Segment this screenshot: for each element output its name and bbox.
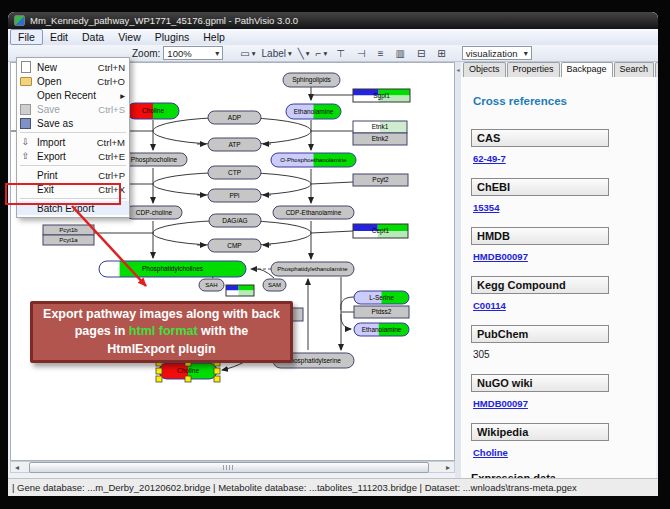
menu-item-import[interactable]: ⇩ Import Ctrl+M (17, 135, 129, 149)
node-cept1[interactable]: Cept1 (353, 224, 408, 238)
xref-link[interactable]: 15354 (473, 202, 499, 213)
menu-item-save[interactable]: Save Ctrl+S (17, 102, 129, 116)
edge[interactable] (341, 314, 351, 329)
menu-item-open[interactable]: Open Ctrl+O (17, 74, 129, 88)
edge[interactable] (311, 231, 353, 233)
menu-item-print[interactable]: Print Ctrl+P (17, 168, 129, 182)
node-phosphocholine[interactable]: Phosphocholine (121, 153, 187, 166)
node-l-serine[interactable]: L-Serine (354, 291, 409, 304)
tab-search[interactable]: Search (614, 62, 655, 77)
node-sam[interactable]: SAM (263, 279, 286, 291)
xref-link[interactable]: C00114 (473, 300, 506, 311)
zoom-value: 100% (167, 48, 191, 59)
node-etnk2[interactable]: Etnk2 (353, 133, 407, 145)
node-sphingolipids[interactable]: Sphingolipids (283, 73, 340, 87)
node-sah[interactable]: SAH (199, 279, 224, 291)
scroll-right-icon[interactable]: ▸ (442, 463, 454, 472)
scrollbar-thumb[interactable] (29, 462, 429, 473)
node-pcyt2[interactable]: Pcyt2 (353, 174, 408, 186)
xref-link[interactable]: Choline (473, 447, 508, 458)
tab-backpage[interactable]: Backpage (561, 62, 613, 77)
menu-data[interactable]: Data (75, 30, 111, 44)
menu-item-new[interactable]: New Ctrl+N (17, 60, 129, 74)
stack-vertical-button[interactable]: ⊟ (417, 48, 425, 59)
xref-link[interactable]: HMDB00097 (473, 251, 528, 262)
chevron-down-icon[interactable]: ▾ (306, 49, 310, 58)
selection-handle[interactable] (214, 368, 220, 374)
menu-view[interactable]: View (111, 30, 148, 44)
title-bar[interactable]: Mm_Kennedy_pathway_WP1771_45176.gpml - P… (8, 12, 658, 29)
node-dag-ag[interactable]: DAG/AG (209, 214, 261, 227)
menu-separator (20, 198, 126, 199)
node-ptdss2[interactable]: Ptdss2 (354, 306, 409, 318)
node-sgpl1[interactable]: Sgpl1 (353, 89, 410, 102)
common-size-button[interactable]: ▥ (395, 48, 404, 59)
line-button[interactable]: ╲ ▾ (298, 48, 310, 59)
selection-handle[interactable] (214, 376, 220, 382)
node-label: Choline (142, 107, 164, 114)
connector-button[interactable]: ⌐ ▾ (316, 48, 328, 59)
annotation-callout: Export pathway images along with back pa… (30, 301, 293, 363)
align-middle-button[interactable]: ⊣ (357, 48, 366, 59)
node-pcyt1b[interactable]: Pcyt1b (43, 225, 94, 235)
visualization-combobox[interactable]: visualization ▾ (462, 46, 532, 60)
menu-item-save-as[interactable]: Save as (17, 116, 129, 130)
edge[interactable] (311, 182, 353, 184)
menu-item-open-recent[interactable]: Open Recent ▸ (17, 88, 129, 102)
node-ppi[interactable]: PPi (208, 189, 261, 202)
pathvisio-window: Mm_Kennedy_pathway_WP1771_45176.gpml - P… (8, 12, 658, 496)
splitter-collapse-icon[interactable]: ◂ (456, 67, 459, 73)
tab-objects[interactable]: Objects (463, 62, 506, 77)
node-pcyt1a[interactable]: Pcyt1a (43, 235, 94, 245)
menu-help[interactable]: Help (196, 30, 232, 44)
node-label: Ptdss2 (372, 308, 392, 315)
chevron-down-icon[interactable]: ▾ (215, 49, 219, 58)
node-ctp[interactable]: CTP (208, 166, 261, 179)
window-title: Mm_Kennedy_pathway_WP1771_45176.gpml - P… (30, 15, 298, 26)
menu-item-exit[interactable]: Exit Ctrl+X (17, 182, 129, 196)
xref-link[interactable]: HMDB00097 (473, 398, 528, 409)
node-phosphatidylethanolamine[interactable]: Phosphatidylethanolamine (271, 262, 354, 276)
menu-plugins[interactable]: Plugins (148, 30, 196, 44)
node-cmp[interactable]: CMP (208, 239, 261, 252)
zoom-combobox[interactable]: 100% ▾ (163, 46, 223, 60)
xref-section-nugo: NuGO wiki HMDB00097 (471, 374, 646, 411)
menu-edit[interactable]: Edit (43, 30, 75, 44)
node-ethanolamine-btm[interactable]: Ethanolamine (354, 323, 409, 336)
chevron-down-icon[interactable]: ▾ (288, 49, 292, 58)
xref-link[interactable]: 62-49-7 (473, 153, 506, 164)
menu-item-export[interactable]: ⇧ Export Ctrl+E (17, 149, 129, 163)
node-cdp-choline[interactable]: CDP-choline (126, 206, 182, 219)
chevron-down-icon[interactable]: ▾ (323, 49, 327, 58)
selection-handle[interactable] (156, 368, 162, 374)
menu-file[interactable]: File (10, 29, 43, 45)
node-label: Choline (177, 367, 199, 374)
node-choline-top[interactable]: Choline (127, 103, 179, 119)
node-label: Etnk1 (372, 123, 389, 130)
node-adp[interactable]: ADP (208, 111, 261, 124)
chevron-down-icon[interactable]: ▾ (252, 49, 256, 58)
new-datanode-button[interactable]: ▭ ▾ (240, 48, 255, 59)
node-phosphatidylcholines[interactable]: Phosphatidylcholines (99, 261, 246, 277)
tab-legend[interactable]: Legend (655, 62, 658, 77)
node-pemt[interactable] (226, 285, 254, 296)
menu-item-batch-export[interactable]: Batch Export (17, 201, 129, 215)
label-button[interactable]: Label ▾ (262, 48, 292, 59)
tab-properties[interactable]: Properties (507, 62, 560, 77)
selection-handle[interactable] (156, 376, 162, 382)
selection-handle[interactable] (185, 376, 191, 382)
edge[interactable] (341, 297, 354, 310)
stack-horizontal-button[interactable]: ⊞ (437, 48, 445, 59)
chevron-down-icon[interactable]: ▾ (524, 49, 528, 58)
align-center-button[interactable]: ⊤ (336, 48, 345, 59)
node-cdp-ethanolamine[interactable]: CDP-Ethanolamine (273, 206, 354, 219)
canvas-horizontal-scrollbar[interactable]: ◂ ▸ (10, 461, 455, 473)
node-choline-selected[interactable]: Choline (156, 360, 220, 382)
node-etnk1[interactable]: Etnk1 (353, 121, 407, 133)
scroll-left-icon[interactable]: ◂ (11, 463, 23, 472)
node-atp[interactable]: ATP (208, 138, 261, 151)
node-o-phosphoethanolamine[interactable]: O-Phosphoethanolamine (271, 153, 356, 167)
node-ethanolamine-top[interactable]: Ethanolamine (286, 104, 341, 119)
distribute-button[interactable]: ≡ (378, 48, 384, 59)
xref-source-title: Kegg Compound (471, 276, 609, 294)
